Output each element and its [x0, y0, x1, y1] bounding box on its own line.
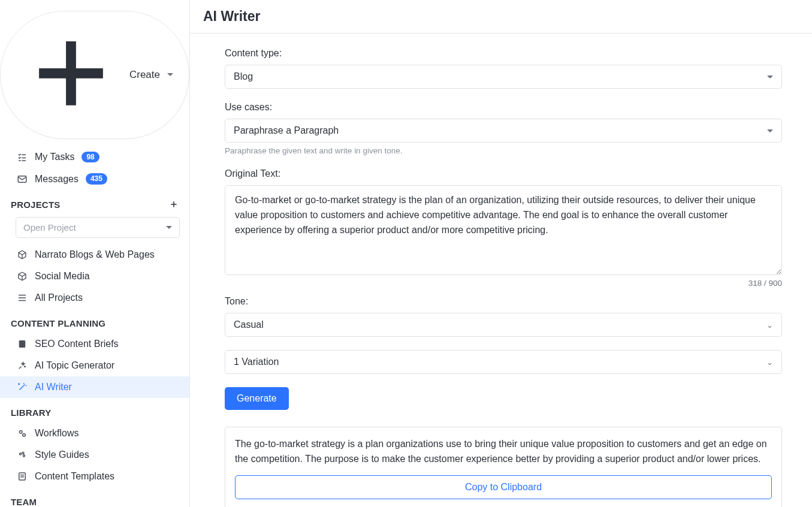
sidebar-item-narrato-blogs[interactable]: Narrato Blogs & Web Pages — [0, 244, 189, 265]
project-label: Social Media — [35, 271, 90, 282]
svg-point-17 — [20, 430, 23, 433]
messages-label: Messages — [35, 174, 79, 185]
messages-badge: 435 — [86, 173, 107, 184]
section-team-header: TEAM — [0, 487, 189, 507]
main-body: Content type: Blog Use cases: Paraphrase… — [190, 34, 812, 507]
sidebar-item-ai-topic-generator[interactable]: AI Topic Generator — [0, 355, 189, 376]
my-tasks-label: My Tasks — [35, 152, 74, 162]
content-type-select[interactable]: Blog — [225, 65, 782, 89]
lib-label: Style Guides — [35, 449, 89, 460]
tone-label: Tone: — [225, 296, 782, 307]
cp-label: AI Writer — [35, 382, 72, 393]
section-projects-header: PROJECTS — [0, 190, 189, 215]
result-text: The go-to-market strategy is a plan orga… — [235, 437, 772, 467]
tone-select[interactable]: Casual ⌄ — [225, 313, 782, 337]
sidebar: Create My Tasks 98 Messages 435 PROJECTS… — [0, 0, 190, 507]
svg-point-21 — [23, 455, 25, 457]
original-text-input[interactable] — [225, 185, 782, 275]
sparkle-icon — [17, 360, 28, 371]
palette-icon — [17, 449, 28, 460]
add-project-icon[interactable] — [169, 200, 179, 209]
char-count: 318 / 900 — [225, 279, 782, 288]
cube-icon — [17, 249, 28, 260]
use-cases-helper: Paraphrase the given text and write in g… — [225, 146, 782, 155]
field-content-type: Content type: Blog — [225, 48, 782, 89]
project-label: All Projects — [35, 292, 83, 303]
library-header-label: LIBRARY — [11, 408, 52, 418]
envelope-icon — [17, 174, 28, 185]
plus-icon — [16, 19, 126, 131]
sidebar-item-my-tasks[interactable]: My Tasks 98 — [0, 146, 189, 168]
wand-icon — [17, 382, 28, 393]
field-tone: Tone: Casual ⌄ — [225, 296, 782, 337]
svg-point-18 — [23, 434, 26, 437]
caret-down-icon — [167, 73, 173, 76]
svg-point-19 — [20, 453, 22, 455]
result-card: The go-to-market strategy is a plan orga… — [225, 427, 782, 507]
main: AI Writer Content type: Blog Use cases: … — [190, 0, 812, 507]
sidebar-item-all-projects[interactable]: All Projects — [0, 287, 189, 309]
sidebar-item-social-media[interactable]: Social Media — [0, 265, 189, 287]
tone-value: Casual — [234, 319, 264, 330]
section-library-header: LIBRARY — [0, 398, 189, 422]
create-button[interactable]: Create — [0, 11, 189, 139]
caret-down-icon — [767, 129, 773, 132]
project-label: Narrato Blogs & Web Pages — [35, 249, 155, 260]
field-variation: 1 Variation ⌄ — [225, 350, 782, 374]
tasks-icon — [17, 152, 28, 162]
variation-select[interactable]: 1 Variation ⌄ — [225, 350, 782, 374]
sidebar-item-messages[interactable]: Messages 435 — [0, 168, 189, 189]
svg-rect-14 — [19, 340, 26, 348]
section-content-planning-header: CONTENT PLANNING — [0, 309, 189, 333]
use-cases-label: Use cases: — [225, 102, 782, 113]
caret-down-icon — [166, 226, 172, 229]
open-project-select[interactable]: Open Project — [16, 217, 180, 238]
gears-icon — [17, 428, 28, 439]
cp-label: SEO Content Briefs — [35, 339, 119, 349]
lib-label: Content Templates — [35, 471, 114, 482]
svg-point-16 — [19, 384, 20, 385]
caret-down-icon — [767, 76, 773, 79]
open-project-placeholder: Open Project — [23, 222, 76, 233]
cube-icon — [17, 271, 28, 282]
my-tasks-badge: 98 — [81, 152, 99, 162]
chevron-down-icon: ⌄ — [766, 358, 773, 367]
use-cases-value: Paraphrase a Paragraph — [234, 125, 339, 136]
team-header-label: TEAM — [11, 497, 37, 507]
list-icon — [17, 292, 28, 303]
template-icon — [17, 471, 28, 482]
lib-label: Workflows — [35, 428, 79, 439]
content-planning-header-label: CONTENT PLANNING — [11, 318, 105, 328]
cp-label: AI Topic Generator — [35, 360, 114, 371]
note-icon — [17, 339, 28, 349]
projects-header-label: PROJECTS — [11, 200, 60, 210]
svg-point-15 — [25, 366, 26, 367]
create-label: Create — [129, 69, 160, 81]
sidebar-item-ai-writer[interactable]: AI Writer — [0, 376, 189, 398]
generate-button[interactable]: Generate — [225, 387, 289, 410]
sidebar-item-workflows[interactable]: Workflows — [0, 422, 189, 444]
sidebar-item-style-guides[interactable]: Style Guides — [0, 444, 189, 466]
sidebar-item-content-templates[interactable]: Content Templates — [0, 466, 189, 487]
sidebar-item-seo-briefs[interactable]: SEO Content Briefs — [0, 333, 189, 355]
variation-value: 1 Variation — [234, 357, 279, 367]
copy-to-clipboard-button[interactable]: Copy to Clipboard — [235, 475, 772, 499]
use-cases-select[interactable]: Paraphrase a Paragraph — [225, 119, 782, 143]
main-header: AI Writer — [190, 0, 812, 34]
chevron-down-icon: ⌄ — [766, 321, 773, 330]
original-text-label: Original Text: — [225, 168, 782, 179]
svg-point-20 — [22, 452, 24, 454]
page-title: AI Writer — [203, 8, 799, 25]
content-type-value: Blog — [234, 71, 253, 82]
content-type-label: Content type: — [225, 48, 782, 59]
field-use-cases: Use cases: Paraphrase a Paragraph Paraph… — [225, 102, 782, 155]
field-original-text: Original Text: 318 / 900 — [225, 168, 782, 288]
create-wrap: Create — [0, 0, 189, 146]
